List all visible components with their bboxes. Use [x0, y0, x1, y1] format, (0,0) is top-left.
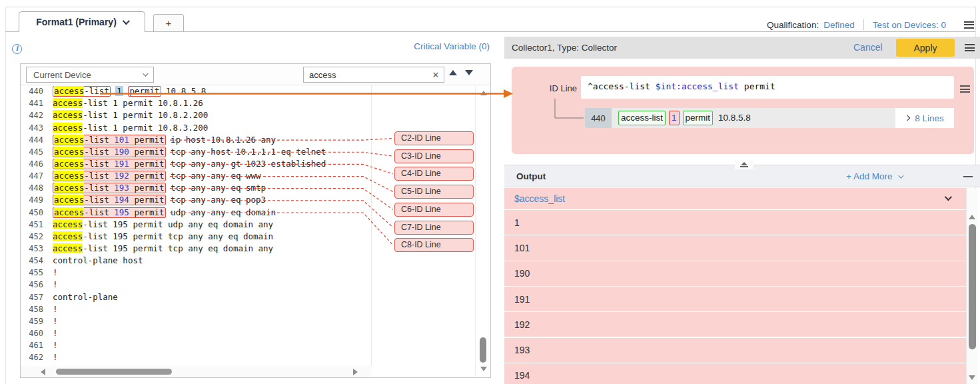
- code-line[interactable]: 443access-list 1 permit 10.8.3.200: [21, 121, 371, 133]
- output-value-row[interactable]: 190: [504, 261, 966, 286]
- id-line-token-box: permit: [128, 86, 161, 97]
- code-text: !: [53, 316, 58, 326]
- collector-id-label[interactable]: C3-ID Line: [394, 149, 474, 163]
- collector-title: Collector1, Type: Collector: [512, 43, 617, 53]
- output-value-row[interactable]: 191: [504, 286, 966, 311]
- add-tab-label: +: [166, 17, 172, 29]
- menu-icon[interactable]: [964, 21, 974, 29]
- code-line[interactable]: 450access-list 195 permit udp any any eq…: [21, 207, 371, 219]
- scroll-left-icon[interactable]: [41, 369, 45, 375]
- code-line[interactable]: 447access-list 192 permit tcp any any eq…: [21, 170, 371, 182]
- code-text: control-plane: [53, 292, 118, 302]
- id-line-token-box: access-list 193 permit: [53, 183, 166, 193]
- scroll-up-icon[interactable]: [969, 215, 975, 219]
- scroll-up-icon[interactable]: [480, 91, 487, 95]
- code-line[interactable]: 456!: [21, 279, 371, 291]
- add-more-button[interactable]: + Add More: [846, 171, 902, 181]
- code-text: !: [53, 328, 58, 338]
- search-box: [303, 67, 444, 83]
- collapse-panel-button[interactable]: [735, 160, 753, 169]
- id-line-token-box: access-list 191 permit: [53, 159, 166, 169]
- output-scroll-thumb[interactable]: [969, 224, 976, 349]
- line-text: control-plane host: [53, 255, 143, 266]
- code-horizontal-scrollbar[interactable]: [21, 366, 371, 377]
- line-text: !: [53, 304, 58, 315]
- code-vertical-scrollbar[interactable]: [475, 85, 491, 377]
- code-line[interactable]: 442access-list 1 permit 10.8.2.200: [21, 109, 371, 121]
- pattern-menu-icon[interactable]: [960, 83, 970, 95]
- output-value: 101: [514, 243, 530, 253]
- code-line[interactable]: 462!: [21, 351, 371, 363]
- output-value-row[interactable]: 193: [504, 337, 966, 363]
- code-line[interactable]: 446access-list 191 permit tcp any any gt…: [21, 158, 371, 170]
- code-line[interactable]: 441access-list 1 permit 10.8.1.26: [21, 97, 371, 109]
- add-format-tab[interactable]: +: [153, 14, 184, 32]
- collector-id-label[interactable]: C2-ID Line: [394, 131, 474, 145]
- collector-menu-icon[interactable]: [965, 44, 975, 51]
- clear-search-icon[interactable]: [428, 69, 444, 81]
- info-icon[interactable]: [12, 41, 22, 54]
- apply-button[interactable]: Apply: [896, 39, 955, 57]
- scroll-down-icon[interactable]: [480, 367, 487, 371]
- code-line[interactable]: 461!: [21, 339, 371, 351]
- window-left-edge: [5, 7, 6, 384]
- code-line[interactable]: 455!: [21, 267, 371, 279]
- horizontal-scroll-thumb[interactable]: [56, 369, 172, 375]
- code-line[interactable]: 460!: [21, 327, 371, 339]
- line-text: !: [53, 279, 58, 290]
- scroll-right-icon[interactable]: [353, 369, 358, 375]
- code-line[interactable]: 453access-list 195 permit tcp any eq dom…: [21, 243, 371, 255]
- find-next-button[interactable]: [465, 70, 473, 75]
- line-text: !: [53, 267, 58, 278]
- output-variable-row[interactable]: $access_list: [504, 188, 966, 209]
- output-scrollbar[interactable]: [966, 188, 978, 384]
- code-line[interactable]: 454control-plane host: [21, 255, 371, 267]
- expand-lines-label: 8 Lines: [915, 113, 944, 123]
- code-line[interactable]: 463!: [21, 363, 371, 366]
- qualification-value-link[interactable]: Defined: [823, 20, 855, 30]
- collector-id-label[interactable]: C8-ID Line: [394, 238, 474, 252]
- code-line[interactable]: 440access-list 1 permit 10.8.5.8: [21, 85, 371, 97]
- code-text: tcp any any eq www: [166, 171, 261, 181]
- collector-id-label[interactable]: C7-ID Line: [394, 221, 474, 235]
- cancel-button[interactable]: Cancel: [853, 42, 883, 53]
- scroll-down-icon[interactable]: [969, 375, 975, 380]
- code-line[interactable]: 451access-list 195 permit udp any eq dom…: [21, 219, 371, 231]
- line-number: 453: [21, 244, 53, 253]
- tab-format1-primary[interactable]: Format1 (Primary): [19, 11, 145, 32]
- minimize-section-button[interactable]: [963, 176, 973, 177]
- code-line[interactable]: 448access-list 193 permit tcp any any eq…: [21, 182, 371, 194]
- collector-id-label[interactable]: C4-ID Line: [394, 167, 474, 181]
- code-line[interactable]: 445access-list 190 permit tcp any host 1…: [21, 146, 371, 158]
- code-line[interactable]: 458!: [21, 303, 371, 315]
- code-text: -list 1 permit 10.8.1.26: [83, 98, 203, 108]
- search-highlight: access: [53, 110, 83, 120]
- pattern-segment: permit: [739, 81, 775, 91]
- collector-id-label[interactable]: C5-ID Line: [394, 185, 474, 199]
- critical-variable-link[interactable]: Critical Variable (0): [370, 41, 490, 51]
- output-value-row[interactable]: 1: [504, 209, 966, 235]
- output-value-row[interactable]: 194: [504, 363, 966, 384]
- id-line-token-box: access-list 192 permit: [53, 171, 166, 181]
- code-line[interactable]: 459!: [21, 315, 371, 327]
- find-previous-button[interactable]: [449, 70, 457, 75]
- line-text: access-list 1 permit 10.8.1.26: [53, 98, 203, 109]
- code-line[interactable]: 452access-list 195 permit tcp any any eq…: [21, 231, 371, 243]
- code-line[interactable]: 449access-list 194 permit tcp any any eq…: [21, 194, 371, 206]
- expand-lines-button[interactable]: 8 Lines: [895, 108, 954, 128]
- search-highlight: access: [53, 231, 83, 241]
- test-on-devices-link[interactable]: Test on Devices: 0: [873, 20, 946, 30]
- search-input[interactable]: [304, 70, 428, 80]
- annotation-divider: [371, 85, 372, 366]
- device-scope-select[interactable]: Current Device: [26, 67, 154, 83]
- code-text: !: [53, 267, 58, 277]
- output-value-row[interactable]: 101: [504, 235, 966, 260]
- output-value-row[interactable]: 192: [504, 311, 966, 337]
- code-line[interactable]: 457control-plane: [21, 291, 371, 303]
- toolbar-divider: [863, 19, 864, 30]
- top-right-toolbar: Qualification: Defined Test on Devices: …: [767, 18, 974, 31]
- collector-id-label[interactable]: C6-ID Line: [394, 203, 474, 217]
- id-line-pattern-input[interactable]: ^access-list $int:access_list permit: [581, 76, 954, 99]
- code-line[interactable]: 444access-list 101 permit ip host 10.8.1…: [21, 134, 371, 146]
- vertical-scroll-thumb[interactable]: [480, 337, 486, 363]
